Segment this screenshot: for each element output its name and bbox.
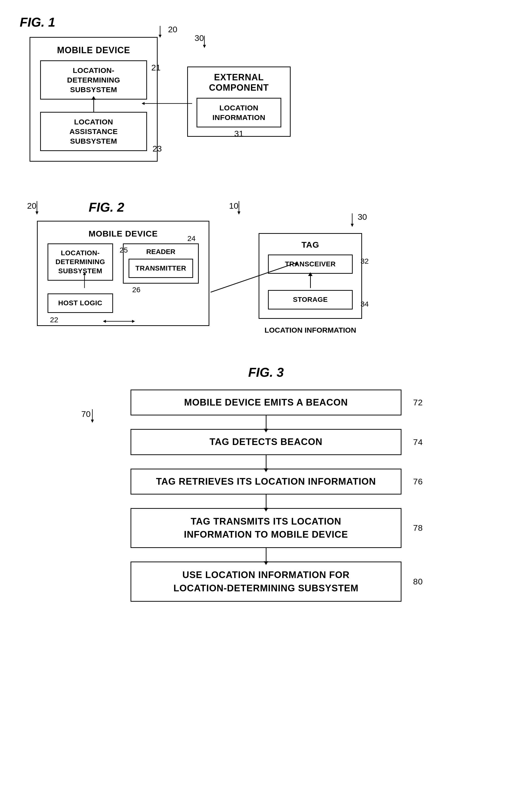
tag-location-info: LOCATION INFORMATION: [259, 325, 362, 336]
ref-76: 76: [413, 476, 423, 487]
reader-label: READER: [128, 248, 193, 256]
transmitter-label: TRANSMITTER: [136, 264, 186, 272]
flow-step-3: TAG RETRIEVES ITS LOCATION INFORMATION 7…: [130, 469, 402, 494]
fig1-connector-arrow: [138, 100, 192, 107]
svg-marker-3: [203, 45, 206, 48]
storage-label: STORAGE: [293, 296, 328, 303]
fig2-diagonal-connector: [209, 261, 298, 294]
fig3-title: FIG. 3: [20, 365, 512, 380]
svg-marker-11: [83, 272, 86, 275]
reader-container: READER TRANSMITTER 26 24: [123, 244, 199, 284]
mobile-device-box: MOBILE DEVICE LOCATION-DETERMININGSUBSYS…: [29, 37, 158, 162]
mobile-device-title: MOBILE DEVICE: [40, 45, 147, 55]
mobile-device-box2: MOBILE DEVICE LOCATION-DETERMININGSUBSYS…: [37, 221, 209, 326]
fig1-layout: 20 MOBILE DEVICE LOCATION-DETERMININGSUB…: [20, 37, 512, 162]
location-assistance-label: LOCATIONASSISTANCESUBSYSTEM: [69, 118, 118, 145]
svg-marker-14: [132, 320, 135, 323]
fig2-placeholder: [123, 291, 199, 313]
flow-arrow-4: [266, 548, 266, 561]
flow-step-3-label: TAG RETRIEVES ITS LOCATION INFORMATION: [156, 476, 376, 487]
flow-step-4-label: TAG TRANSMITS ITS LOCATIONINFORMATION TO…: [184, 516, 348, 539]
external-component-box: EXTERNALCOMPONENT LOCATIONINFORMATION 31: [187, 67, 291, 137]
location-info-box-fig1: LOCATIONINFORMATION: [197, 98, 281, 128]
flow-step-4: TAG TRANSMITS ITS LOCATIONINFORMATION TO…: [130, 508, 402, 548]
svg-marker-1: [159, 35, 162, 38]
svg-marker-13: [103, 320, 106, 323]
ref-72: 72: [413, 397, 423, 408]
ref-70: 70: [81, 409, 91, 419]
flow-arrow-2: [266, 455, 266, 469]
fig3-flowchart: 70 MOBILE DEVICE EMITS A BEACON 72 TAG D…: [20, 390, 512, 602]
flow-step-1-label: MOBILE DEVICE EMITS A BEACON: [184, 397, 348, 408]
loc-det-box-fig2: LOCATION-DETERMININGSUBSYSTEM: [48, 244, 113, 281]
ref-31: 31: [234, 129, 244, 138]
flow-arrow-1: [266, 415, 266, 429]
flow-step-1: MOBILE DEVICE EMITS A BEACON 72: [130, 390, 402, 415]
tag-title: TAG: [268, 240, 353, 250]
ref-34: 34: [361, 300, 369, 308]
fig2-section: 20 10 FIG. 2 MOBILE DEVICE LOCATION-DETE…: [20, 186, 512, 336]
ref-20-arrow: [153, 23, 168, 38]
svg-line-17: [211, 263, 297, 292]
ref-74: 74: [413, 437, 423, 447]
fig1-title: FIG. 1: [20, 15, 512, 29]
svg-marker-9: [237, 211, 240, 215]
ref-70-arrow: [90, 408, 102, 423]
fig2-layout: MOBILE DEVICE LOCATION-DETERMININGSUBSYS…: [20, 221, 362, 336]
host-logic-label: HOST LOGIC: [58, 299, 102, 307]
transmitter-box: TRANSMITTER: [128, 259, 193, 278]
flow-step-2-label: TAG DETECTS BEACON: [210, 437, 323, 447]
fig1-section: FIG. 1 20 MOBILE DEVICE LOCATION-DETERMI…: [20, 15, 512, 162]
loc-det-up-arrow: [81, 270, 88, 289]
ref-32: 32: [361, 257, 369, 265]
ref-10-arrow-fig2: [237, 200, 246, 215]
location-determining-box: LOCATION-DETERMININGSUBSYSTEM: [40, 60, 147, 99]
fig3-section: FIG. 3 70 MOBILE DEVICE EMITS A BEACON 7…: [20, 365, 512, 602]
svg-marker-20: [91, 420, 94, 423]
ref-26: 26: [132, 285, 140, 294]
flow-step-2: TAG DETECTS BEACON 74: [130, 429, 402, 455]
ref-80: 80: [413, 576, 423, 588]
svg-marker-7: [35, 211, 39, 215]
ref-30-arrow: [202, 34, 214, 48]
host-transmitter-arrow: [103, 318, 135, 325]
flow-step-5-label: USE LOCATION INFORMATION FORLOCATION-DET…: [173, 570, 358, 593]
ref-30-arrow-fig2: [350, 212, 360, 227]
fig2-title: FIG. 2: [89, 200, 124, 215]
host-logic-container: HOST LOGIC 22: [48, 294, 113, 313]
flow-arrow-3: [266, 494, 266, 508]
external-component-title: EXTERNALCOMPONENT: [197, 72, 281, 93]
host-logic-box: HOST LOGIC: [48, 294, 113, 313]
tag-location-info-label: LOCATION INFORMATION: [265, 326, 356, 334]
svg-marker-16: [351, 224, 354, 227]
mobile-device-title-fig2: MOBILE DEVICE: [48, 229, 199, 238]
ref-78: 78: [413, 522, 423, 534]
loc-det-container: LOCATION-DETERMININGSUBSYSTEM 25: [48, 244, 113, 284]
ref-22: 22: [50, 316, 58, 324]
flow-step-5: USE LOCATION INFORMATION FORLOCATION-DET…: [130, 561, 402, 601]
ref-20-arrow-fig2: [34, 200, 44, 215]
location-assistance-box: LOCATIONASSISTANCESUBSYSTEM: [40, 112, 147, 151]
ref-24: 24: [188, 234, 196, 243]
svg-marker-5: [142, 102, 145, 105]
reader-box: READER TRANSMITTER 26 24: [123, 244, 199, 284]
location-determining-label: LOCATION-DETERMININGSUBSYSTEM: [67, 66, 120, 94]
location-info-label-fig1: LOCATIONINFORMATION: [213, 104, 266, 121]
ref-23: 23: [152, 144, 162, 154]
ref-20-label: 20: [168, 25, 177, 34]
ref-21: 21: [151, 63, 161, 72]
fig2-inner-grid: LOCATION-DETERMININGSUBSYSTEM 25 READER …: [48, 244, 199, 313]
